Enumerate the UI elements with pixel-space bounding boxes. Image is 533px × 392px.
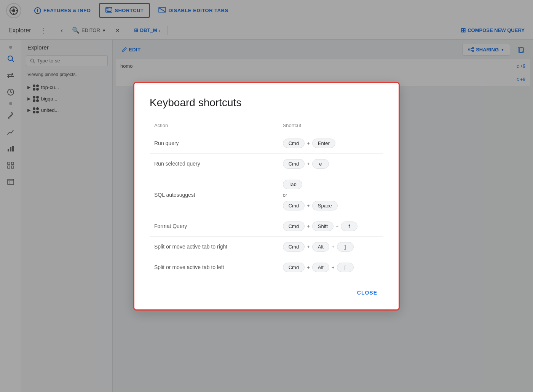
shortcut-action: Run query [150,133,278,153]
shortcut-keys: Cmd+Enter [278,133,383,153]
shortcut-keys: Cmd+Alt+[ [278,257,383,277]
key-badge: Alt [312,263,329,272]
column-shortcut: Shortcut [278,120,383,133]
shortcut-row: Split or move active tab to rightCmd+Alt… [150,236,383,257]
close-button[interactable]: CLOSE [351,287,383,299]
plus-separator: + [332,244,335,250]
shortcut-row: Split or move active tab to leftCmd+Alt+… [150,257,383,277]
key-badge: Enter [312,139,335,148]
shortcut-keys: Cmd+Alt+] [278,236,383,257]
key-badge: Cmd [283,139,305,148]
shortcut-row: Format QueryCmd+Shift+f [150,216,383,236]
dialog-footer: CLOSE [150,277,383,299]
key-badge: [ [337,263,354,272]
key-badge: Cmd [283,242,305,252]
shortcut-row: Run selected queryCmd+e [150,153,383,174]
plus-separator: + [307,223,310,229]
plus-separator: + [307,244,310,250]
dialog-title: Keyboard shortcuts [150,97,383,109]
shortcut-action: SQL autosuggest [150,174,278,216]
key-badge: Cmd [283,159,305,169]
plus-separator: + [336,223,339,229]
plus-separator: + [307,265,310,270]
keyboard-shortcuts-dialog: Keyboard shortcuts Action Shortcut Run q… [133,82,400,311]
key-badge: Cmd [283,201,305,210]
shortcut-row: SQL autosuggestTaborCmd+Space [150,174,383,216]
key-badge: ] [337,242,354,252]
shortcut-action: Format Query [150,216,278,236]
plus-separator: + [307,203,310,209]
key-badge: Tab [283,180,302,189]
key-badge: Alt [312,242,329,252]
shortcut-keys: Cmd+e [278,153,383,174]
key-badge: f [341,221,357,231]
shortcut-action: Run selected query [150,153,278,174]
key-badge: Shift [312,221,334,231]
plus-separator: + [332,265,335,270]
key-badge: e [312,159,329,169]
key-badge: Cmd [283,263,305,272]
shortcut-keys: TaborCmd+Space [278,174,383,216]
shortcut-keys: Cmd+Shift+f [278,216,383,236]
plus-separator: + [307,161,310,167]
shortcut-action: Split or move active tab to right [150,236,278,257]
modal-overlay[interactable]: Keyboard shortcuts Action Shortcut Run q… [0,0,533,392]
shortcut-action: Split or move active tab to left [150,257,278,277]
shortcuts-table: Action Shortcut Run queryCmd+EnterRun se… [150,120,383,277]
key-badge: Space [312,201,338,210]
or-label: or [283,192,379,198]
plus-separator: + [307,140,310,146]
shortcut-row: Run queryCmd+Enter [150,133,383,153]
column-action: Action [150,120,278,133]
key-badge: Cmd [283,221,305,231]
